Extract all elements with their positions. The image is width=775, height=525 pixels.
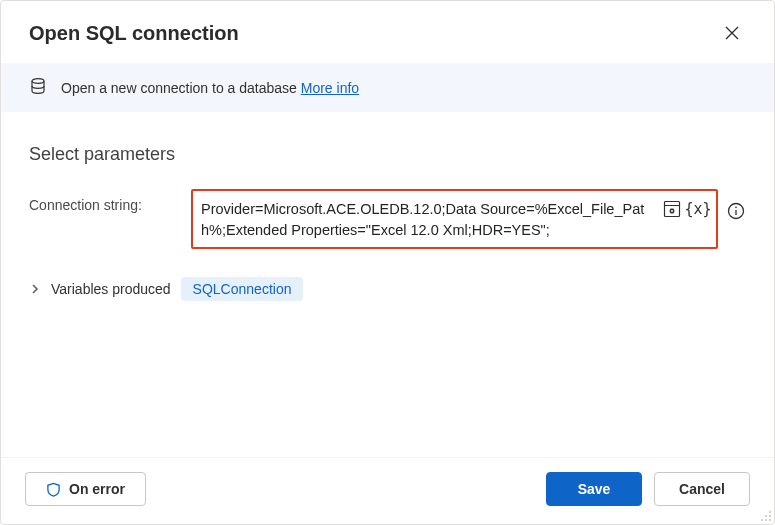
svg-point-7 [769,511,771,513]
connection-string-value: Provider=Microsoft.ACE.OLEDB.12.0;Data S… [201,197,656,241]
svg-point-8 [765,515,767,517]
connection-string-field[interactable]: Provider=Microsoft.ACE.OLEDB.12.0;Data S… [191,189,718,249]
svg-point-12 [769,519,771,521]
info-text-content: Open a new connection to a database [61,80,301,96]
cancel-button[interactable]: Cancel [654,472,750,506]
info-bar: Open a new connection to a database More… [1,63,774,112]
connection-string-row: Connection string: Provider=Microsoft.AC… [29,189,746,249]
more-info-link[interactable]: More info [301,80,359,96]
variables-produced-label: Variables produced [51,281,171,297]
svg-point-10 [761,519,763,521]
save-button[interactable]: Save [546,472,642,506]
insert-variable-button[interactable]: {x} [688,199,708,219]
info-text: Open a new connection to a database More… [61,80,359,96]
variable-badge-sqlconnection[interactable]: SQLConnection [181,277,304,301]
shield-icon [46,482,61,497]
dialog-title: Open SQL connection [29,22,239,45]
svg-point-3 [670,209,673,212]
close-button[interactable] [718,19,746,47]
variables-produced-row: Variables produced SQLConnection [29,277,746,301]
on-error-label: On error [69,481,125,497]
resize-grip-icon[interactable] [760,510,772,522]
svg-point-9 [769,515,771,517]
data-link-builder-button[interactable] [662,199,682,219]
chevron-right-icon [29,283,41,295]
dialog-footer: On error Save Cancel [1,457,774,524]
field-info-button[interactable] [726,201,746,221]
dialog-open-sql-connection: Open SQL connection Open a new connectio… [0,0,775,525]
dialog-body: Select parameters Connection string: Pro… [1,112,774,457]
variables-expand-toggle[interactable] [29,283,41,295]
on-error-button[interactable]: On error [25,472,146,506]
svg-point-0 [32,79,44,84]
section-title: Select parameters [29,144,746,165]
svg-point-11 [765,519,767,521]
settings-box-icon [663,200,681,218]
svg-point-6 [735,207,737,209]
info-icon [727,202,745,220]
database-icon [29,77,47,98]
connection-string-label: Connection string: [29,189,179,213]
close-icon [725,26,739,40]
dialog-header: Open SQL connection [1,1,774,63]
